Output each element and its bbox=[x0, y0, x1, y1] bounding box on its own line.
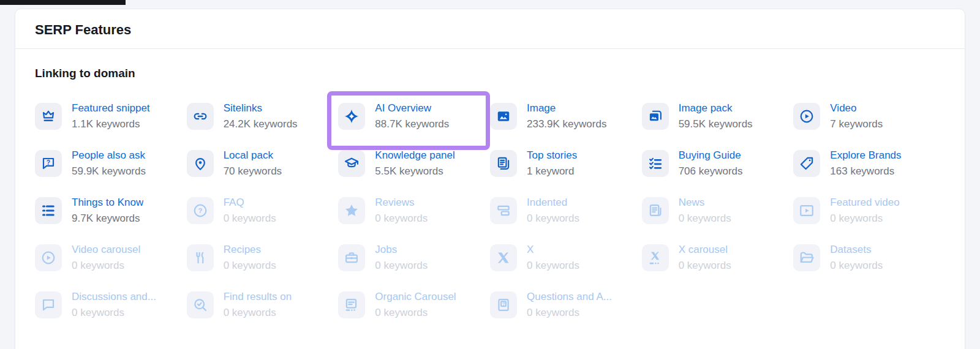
serp-feature-keyword-count: 7 keywords bbox=[830, 116, 883, 132]
feature-find-results-on: Find results on 0 keywords bbox=[187, 288, 339, 321]
serp-feature-link[interactable]: Video bbox=[830, 100, 883, 116]
discussions-and-forums-icon bbox=[35, 291, 62, 318]
serp-feature-keyword-count: 88.7K keywords bbox=[375, 116, 449, 132]
serp-feature-link: Recipes bbox=[224, 241, 276, 258]
image-icon bbox=[490, 103, 517, 130]
serp-feature-link: Organic Carousel bbox=[375, 288, 456, 305]
serp-feature-link[interactable]: Things to Know bbox=[72, 194, 143, 211]
ai-overview-icon bbox=[338, 103, 365, 130]
feature-top-stories[interactable]: Top stories 1 keyword bbox=[490, 147, 642, 180]
serp-features-grid: Featured snippet 1.1K keywords Sitelinks… bbox=[35, 100, 945, 321]
serp-feature-link[interactable]: Knowledge panel bbox=[375, 147, 454, 163]
video-icon bbox=[793, 103, 820, 130]
feature-reviews: Reviews 0 keywords bbox=[338, 194, 490, 227]
serp-feature-link: Reviews bbox=[375, 194, 428, 211]
serp-feature-link[interactable]: Featured snippet bbox=[72, 100, 150, 116]
serp-feature-link[interactable]: Top stories bbox=[527, 147, 577, 163]
feature-jobs: Jobs 0 keywords bbox=[338, 241, 490, 274]
feature-featured-snippet[interactable]: Featured snippet 1.1K keywords bbox=[35, 100, 187, 133]
feature-local-pack[interactable]: Local pack 70 keywords bbox=[187, 147, 339, 180]
serp-feature-link[interactable]: Image pack bbox=[679, 100, 753, 116]
questions-and-answers-icon: ? bbox=[490, 291, 517, 318]
datasets-icon bbox=[793, 244, 820, 271]
serp-feature-link: Questions and A... bbox=[527, 288, 612, 305]
serp-feature-link: Find results on bbox=[224, 288, 292, 305]
feature-image-pack[interactable]: Image pack 59.5K keywords bbox=[642, 100, 794, 133]
sitelinks-icon bbox=[187, 103, 214, 130]
explore-brands-icon bbox=[793, 150, 820, 177]
video-carousel-icon bbox=[35, 244, 62, 271]
serp-feature-keyword-count: 1 keyword bbox=[527, 163, 577, 179]
serp-feature-link: Featured video bbox=[830, 194, 899, 211]
serp-feature-keyword-count: 24.2K keywords bbox=[224, 116, 298, 132]
serp-feature-keyword-count: 0 keywords bbox=[224, 211, 276, 227]
serp-feature-link[interactable]: Buying Guide bbox=[679, 147, 743, 163]
serp-feature-keyword-count: 0 keywords bbox=[224, 258, 276, 274]
x-carousel-icon bbox=[642, 244, 669, 271]
news-icon bbox=[642, 197, 669, 224]
x-icon bbox=[490, 244, 517, 271]
feature-explore-brands[interactable]: Explore Brands 163 keywords bbox=[793, 147, 945, 180]
feature-ai-overview[interactable]: AI Overview 88.7K keywords bbox=[338, 100, 490, 133]
serp-feature-link[interactable]: AI Overview bbox=[375, 100, 449, 116]
featured-video-icon bbox=[793, 197, 820, 224]
serp-features-panel: SERP Features Linking to domain Featured… bbox=[15, 9, 965, 349]
serp-feature-link: X bbox=[527, 241, 579, 258]
serp-feature-link: FAQ bbox=[224, 194, 276, 211]
knowledge-panel-icon bbox=[338, 150, 365, 177]
serp-feature-keyword-count: 5.5K keywords bbox=[375, 163, 454, 179]
serp-feature-link[interactable]: Explore Brands bbox=[830, 147, 901, 163]
panel-header: SERP Features bbox=[15, 9, 965, 49]
serp-feature-link[interactable]: Image bbox=[527, 100, 606, 116]
featured-snippet-icon bbox=[35, 103, 62, 130]
feature-video[interactable]: Video 7 keywords bbox=[793, 100, 945, 133]
serp-feature-link: News bbox=[679, 194, 731, 211]
serp-feature-keyword-count: 0 keywords bbox=[830, 211, 899, 227]
serp-feature-keyword-count: 0 keywords bbox=[72, 305, 156, 321]
serp-feature-keyword-count: 0 keywords bbox=[527, 305, 612, 321]
window-top-edge bbox=[0, 0, 126, 5]
section-heading-linking-to-domain: Linking to domain bbox=[35, 66, 945, 81]
serp-feature-keyword-count: 0 keywords bbox=[224, 305, 292, 321]
recipes-icon bbox=[187, 244, 214, 271]
serp-feature-keyword-count: 0 keywords bbox=[375, 258, 428, 274]
feature-image[interactable]: Image 233.9K keywords bbox=[490, 100, 642, 133]
serp-feature-keyword-count: 59.5K keywords bbox=[679, 116, 753, 132]
feature-featured-video: Featured video 0 keywords bbox=[793, 194, 945, 227]
feature-people-also-ask[interactable]: ? People also ask 59.9K keywords bbox=[35, 147, 187, 180]
serp-feature-keyword-count: 70 keywords bbox=[224, 163, 282, 179]
serp-feature-link[interactable]: Local pack bbox=[224, 147, 282, 163]
reviews-icon bbox=[338, 197, 365, 224]
organic-carousel-icon bbox=[338, 291, 365, 318]
serp-feature-keyword-count: 0 keywords bbox=[72, 258, 140, 274]
serp-feature-keyword-count: 59.9K keywords bbox=[72, 163, 146, 179]
panel-title: SERP Features bbox=[35, 22, 945, 38]
serp-feature-keyword-count: 0 keywords bbox=[830, 258, 883, 274]
serp-feature-keyword-count: 0 keywords bbox=[375, 305, 456, 321]
feature-news: News 0 keywords bbox=[642, 194, 794, 227]
feature-video-carousel: Video carousel 0 keywords bbox=[35, 241, 187, 274]
serp-feature-keyword-count: 1.1K keywords bbox=[72, 116, 150, 132]
serp-feature-link[interactable]: Sitelinks bbox=[224, 100, 298, 116]
svg-text:?: ? bbox=[198, 207, 202, 214]
buying-guide-icon bbox=[642, 150, 669, 177]
serp-feature-link: Indented bbox=[527, 194, 579, 211]
feature-things-to-know[interactable]: Things to Know 9.7K keywords bbox=[35, 194, 187, 227]
serp-feature-keyword-count: 0 keywords bbox=[527, 211, 579, 227]
serp-feature-link: Datasets bbox=[830, 241, 883, 258]
feature-indented: Indented 0 keywords bbox=[490, 194, 642, 227]
people-also-ask-icon: ? bbox=[35, 150, 62, 177]
feature-datasets: Datasets 0 keywords bbox=[793, 241, 945, 274]
feature-knowledge-panel[interactable]: Knowledge panel 5.5K keywords bbox=[338, 147, 490, 180]
feature-sitelinks[interactable]: Sitelinks 24.2K keywords bbox=[187, 100, 339, 133]
top-stories-icon bbox=[490, 150, 517, 177]
feature-questions-and-answers: ? Questions and A... 0 keywords bbox=[490, 288, 642, 321]
feature-faq: ? FAQ 0 keywords bbox=[187, 194, 339, 227]
serp-feature-link: Discussions and... bbox=[72, 288, 156, 305]
serp-feature-keyword-count: 0 keywords bbox=[375, 211, 428, 227]
faq-icon: ? bbox=[187, 197, 214, 224]
feature-buying-guide[interactable]: Buying Guide 706 keywords bbox=[642, 147, 794, 180]
serp-feature-link[interactable]: People also ask bbox=[72, 147, 146, 163]
image-pack-icon bbox=[642, 103, 669, 130]
svg-text:?: ? bbox=[47, 159, 50, 166]
